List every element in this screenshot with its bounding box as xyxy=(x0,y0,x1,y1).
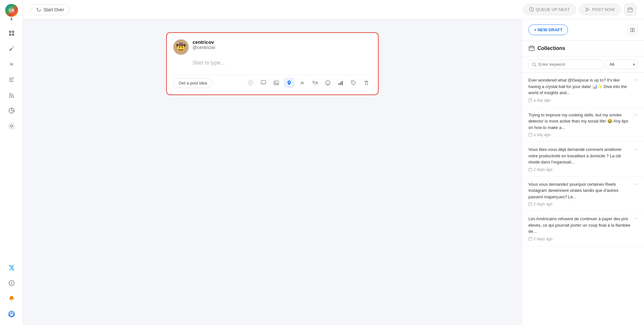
draft-more-icon[interactable]: ··· xyxy=(633,77,638,83)
delete-icon[interactable] xyxy=(361,78,372,88)
draft-text: Ever wondered what @Deepvue is up to? It… xyxy=(528,77,631,96)
thread-icon[interactable] xyxy=(258,78,269,88)
collections-title: Collections xyxy=(537,45,565,51)
svg-rect-37 xyxy=(633,28,634,32)
draft-item[interactable]: Vous êtes-vous déjà demandé comment amél… xyxy=(522,142,644,177)
collections-icon xyxy=(528,45,535,52)
svg-rect-25 xyxy=(261,81,266,84)
sidebar-rss-icon[interactable] xyxy=(5,88,19,102)
clock-icon xyxy=(528,237,532,241)
editor-area: 🤠 centricov @centricov Start to type... … xyxy=(23,19,522,325)
draft-time-label: a day ago xyxy=(534,133,551,137)
draft-item-header: Les Américains refusent de continuer à p… xyxy=(528,216,638,235)
svg-rect-36 xyxy=(630,28,632,32)
sidebar-notifications-icon[interactable] xyxy=(5,291,19,306)
draft-item[interactable]: Ever wondered what @Deepvue is up to? It… xyxy=(522,73,644,107)
topbar: Start Over QUEUE UP NEXT POST NOW xyxy=(23,0,644,19)
sidebar-power-icon[interactable] xyxy=(5,307,19,321)
draft-more-icon[interactable]: ··· xyxy=(633,112,638,118)
sidebar-analytics-icon[interactable] xyxy=(5,103,19,118)
emoji-icon[interactable] xyxy=(323,78,333,88)
expand-panel-icon[interactable] xyxy=(627,25,638,35)
draft-text: Vous êtes-vous déjà demandé comment amél… xyxy=(528,146,631,165)
drafts-list: Ever wondered what @Deepvue is up to? It… xyxy=(522,73,644,325)
pin-location-icon[interactable] xyxy=(284,78,294,88)
draft-item-header: Vous vous demandez pourquoi certaines Re… xyxy=(528,181,638,200)
svg-rect-3 xyxy=(12,31,14,33)
draft-item[interactable]: Vous vous demandez pourquoi certaines Re… xyxy=(522,177,644,212)
sidebar-info-icon[interactable] xyxy=(5,276,19,290)
svg-text:CB: CB xyxy=(9,8,14,12)
right-panel-header: + NEW DRAFT xyxy=(522,19,644,41)
draft-text: Les Américains refusent de continuer à p… xyxy=(528,216,631,235)
composer-card: 🤠 centricov @centricov Start to type... … xyxy=(166,32,379,95)
search-icon xyxy=(532,62,536,67)
svg-rect-33 xyxy=(340,82,341,85)
sidebar-content-icon[interactable] xyxy=(5,73,19,87)
svg-point-14 xyxy=(11,282,12,282)
svg-point-9 xyxy=(9,96,10,98)
svg-rect-32 xyxy=(338,83,340,85)
queue-label: QUEUE UP NEXT xyxy=(536,7,570,12)
clock-icon xyxy=(528,98,532,102)
start-over-label: Start Over xyxy=(43,7,64,12)
get-post-idea-button[interactable]: Get a post idea xyxy=(173,78,213,88)
ai-text-icon[interactable]: AI xyxy=(297,78,307,88)
schedule-button[interactable] xyxy=(624,4,636,16)
queue-icon xyxy=(529,7,534,12)
draft-item[interactable]: Les Américains refusent de continuer à p… xyxy=(522,211,644,246)
add-thread-icon[interactable] xyxy=(245,78,256,88)
svg-rect-34 xyxy=(342,81,343,85)
collections-filter-select[interactable]: All Twitter LinkedIn Instagram xyxy=(606,60,638,69)
composer-handle: @centricov xyxy=(193,45,215,50)
draft-time: 2 days ago xyxy=(528,202,638,206)
svg-point-31 xyxy=(328,82,329,83)
draft-item[interactable]: Trying to improve my cooking skills, but… xyxy=(522,107,644,142)
calendar-icon xyxy=(628,7,633,12)
retweet-icon[interactable] xyxy=(310,78,320,88)
draft-item-header: Vous êtes-vous déjà demandé comment amél… xyxy=(528,146,638,165)
sidebar-settings-icon[interactable] xyxy=(5,119,19,133)
queue-up-next-button[interactable]: QUEUE UP NEXT xyxy=(523,4,576,15)
draft-item-header: Trying to improve my cooking skills, but… xyxy=(528,112,638,131)
clock-icon xyxy=(528,202,532,206)
logo-area: CB X xyxy=(5,4,18,21)
composer-toolbar: Get a post idea xyxy=(173,75,372,88)
draft-time: a day ago xyxy=(528,98,638,103)
sidebar-grid-icon[interactable] xyxy=(5,26,19,40)
topbar-actions: QUEUE UP NEXT POST NOW xyxy=(523,4,637,16)
draft-more-icon[interactable]: ··· xyxy=(633,146,638,152)
keyword-search-input[interactable] xyxy=(538,62,600,67)
svg-rect-6 xyxy=(9,78,14,78)
new-draft-button[interactable]: + NEW DRAFT xyxy=(528,25,568,35)
draft-time-label: a day ago xyxy=(534,98,551,103)
filter-select-wrap: All Twitter LinkedIn Instagram xyxy=(606,60,638,69)
image-icon[interactable] xyxy=(271,78,281,88)
composer-input-placeholder[interactable]: Start to type... xyxy=(173,59,372,75)
composer-username: centricov xyxy=(193,39,215,45)
logo-icon[interactable]: CB xyxy=(5,4,18,17)
poll-icon[interactable] xyxy=(336,78,346,88)
sidebar-ai-icon[interactable]: AI xyxy=(5,57,19,71)
draft-time-label: 2 days ago xyxy=(534,202,553,206)
content-area: 🤠 centricov @centricov Start to type... … xyxy=(23,19,644,325)
collections-search-bar: All Twitter LinkedIn Instagram xyxy=(522,56,644,73)
draft-time: a day ago xyxy=(528,133,638,137)
svg-rect-4 xyxy=(9,34,11,36)
draft-more-icon[interactable]: ··· xyxy=(633,216,638,222)
svg-rect-5 xyxy=(12,34,14,36)
start-over-button[interactable]: Start Over xyxy=(31,4,70,15)
draft-item-header: Ever wondered what @Deepvue is up to? It… xyxy=(528,77,638,96)
draft-time: 2 days ago xyxy=(528,167,638,172)
draft-more-icon[interactable]: ··· xyxy=(633,181,638,187)
tag-icon[interactable] xyxy=(348,78,359,88)
sidebar-twitter-icon[interactable] xyxy=(5,261,19,275)
post-now-button[interactable]: POST NOW xyxy=(579,4,621,15)
sidebar: CB X AI xyxy=(0,0,23,325)
svg-rect-2 xyxy=(9,31,11,33)
right-panel: + NEW DRAFT Collections xyxy=(522,19,644,325)
clock-icon xyxy=(528,133,532,137)
svg-rect-7 xyxy=(9,79,13,80)
sidebar-compose-icon[interactable] xyxy=(5,42,19,56)
avatar: 🤠 xyxy=(173,39,189,55)
